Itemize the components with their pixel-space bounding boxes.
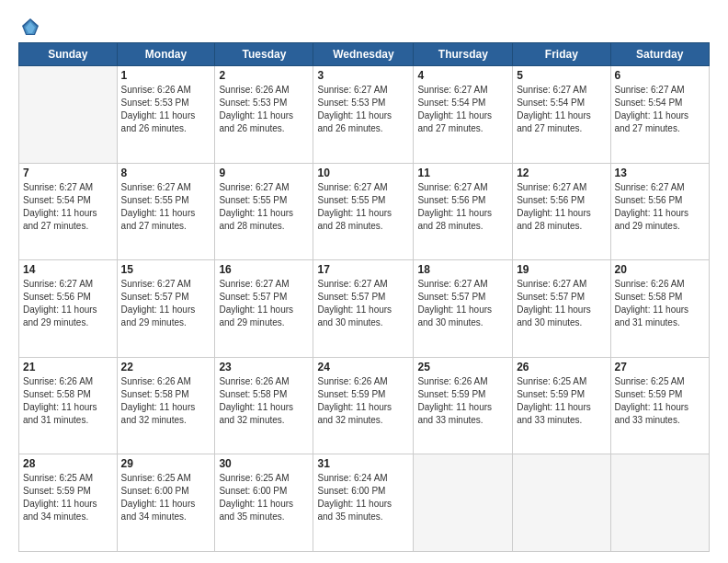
day-info: Sunrise: 6:26 AM Sunset: 5:58 PM Dayligh… bbox=[615, 278, 705, 329]
calendar-cell: 3Sunrise: 6:27 AM Sunset: 5:53 PM Daylig… bbox=[313, 66, 414, 164]
day-number: 7 bbox=[23, 167, 113, 179]
day-info: Sunrise: 6:25 AM Sunset: 6:00 PM Dayligh… bbox=[121, 472, 211, 523]
day-info: Sunrise: 6:26 AM Sunset: 5:53 PM Dayligh… bbox=[121, 84, 211, 135]
calendar-cell: 24Sunrise: 6:26 AM Sunset: 5:59 PM Dayli… bbox=[313, 357, 414, 454]
day-info: Sunrise: 6:27 AM Sunset: 5:55 PM Dayligh… bbox=[317, 181, 409, 233]
calendar-cell bbox=[19, 66, 118, 164]
day-number: 18 bbox=[417, 263, 508, 276]
calendar-cell: 12Sunrise: 6:27 AM Sunset: 5:56 PM Dayli… bbox=[513, 163, 610, 260]
day-info: Sunrise: 6:27 AM Sunset: 5:57 PM Dayligh… bbox=[517, 278, 606, 329]
day-number: 23 bbox=[219, 361, 309, 373]
day-number: 15 bbox=[121, 263, 211, 276]
calendar-header-row: Sunday Monday Tuesday Wednesday Thursday… bbox=[19, 43, 710, 66]
calendar-cell: 29Sunrise: 6:25 AM Sunset: 6:00 PM Dayli… bbox=[117, 454, 215, 552]
calendar-cell: 13Sunrise: 6:27 AM Sunset: 5:56 PM Dayli… bbox=[610, 163, 709, 260]
calendar-cell: 27Sunrise: 6:25 AM Sunset: 5:59 PM Dayli… bbox=[610, 357, 709, 454]
calendar-cell: 30Sunrise: 6:25 AM Sunset: 6:00 PM Dayli… bbox=[215, 454, 313, 552]
day-number: 10 bbox=[317, 167, 409, 179]
day-info: Sunrise: 6:25 AM Sunset: 5:59 PM Dayligh… bbox=[23, 472, 113, 523]
day-info: Sunrise: 6:26 AM Sunset: 5:59 PM Dayligh… bbox=[317, 375, 409, 427]
col-friday: Friday bbox=[513, 43, 610, 66]
day-info: Sunrise: 6:27 AM Sunset: 5:55 PM Dayligh… bbox=[121, 181, 211, 233]
calendar-week-row: 21Sunrise: 6:26 AM Sunset: 5:58 PM Dayli… bbox=[19, 357, 710, 454]
day-number: 9 bbox=[219, 167, 309, 179]
day-number: 21 bbox=[23, 361, 113, 373]
logo-icon bbox=[20, 17, 40, 37]
calendar-cell: 10Sunrise: 6:27 AM Sunset: 5:55 PM Dayli… bbox=[313, 163, 414, 260]
day-info: Sunrise: 6:27 AM Sunset: 5:57 PM Dayligh… bbox=[417, 278, 508, 329]
header bbox=[18, 17, 710, 37]
day-number: 11 bbox=[417, 167, 508, 179]
calendar-cell: 6Sunrise: 6:27 AM Sunset: 5:54 PM Daylig… bbox=[610, 66, 709, 164]
col-monday: Monday bbox=[117, 43, 215, 66]
col-sunday: Sunday bbox=[19, 43, 118, 66]
day-info: Sunrise: 6:27 AM Sunset: 5:56 PM Dayligh… bbox=[615, 181, 705, 233]
day-info: Sunrise: 6:27 AM Sunset: 5:53 PM Dayligh… bbox=[317, 84, 409, 135]
day-info: Sunrise: 6:27 AM Sunset: 5:56 PM Dayligh… bbox=[417, 181, 508, 233]
calendar-table: Sunday Monday Tuesday Wednesday Thursday… bbox=[18, 42, 710, 552]
calendar-cell: 20Sunrise: 6:26 AM Sunset: 5:58 PM Dayli… bbox=[610, 260, 709, 358]
calendar-cell: 17Sunrise: 6:27 AM Sunset: 5:57 PM Dayli… bbox=[313, 260, 414, 358]
day-info: Sunrise: 6:27 AM Sunset: 5:57 PM Dayligh… bbox=[219, 278, 309, 329]
day-number: 17 bbox=[317, 263, 409, 276]
col-saturday: Saturday bbox=[610, 43, 709, 66]
day-number: 16 bbox=[219, 263, 309, 276]
day-number: 8 bbox=[121, 167, 211, 179]
day-number: 22 bbox=[121, 361, 211, 373]
day-number: 25 bbox=[417, 361, 508, 373]
calendar-cell: 18Sunrise: 6:27 AM Sunset: 5:57 PM Dayli… bbox=[414, 260, 513, 358]
day-info: Sunrise: 6:26 AM Sunset: 5:59 PM Dayligh… bbox=[417, 375, 508, 427]
calendar-cell: 14Sunrise: 6:27 AM Sunset: 5:56 PM Dayli… bbox=[19, 260, 118, 358]
day-info: Sunrise: 6:27 AM Sunset: 5:57 PM Dayligh… bbox=[121, 278, 211, 329]
day-info: Sunrise: 6:26 AM Sunset: 5:58 PM Dayligh… bbox=[219, 375, 309, 427]
day-number: 13 bbox=[615, 167, 705, 179]
calendar-cell: 5Sunrise: 6:27 AM Sunset: 5:54 PM Daylig… bbox=[513, 66, 610, 164]
day-info: Sunrise: 6:27 AM Sunset: 5:57 PM Dayligh… bbox=[317, 278, 409, 329]
day-info: Sunrise: 6:27 AM Sunset: 5:55 PM Dayligh… bbox=[219, 181, 309, 233]
day-number: 2 bbox=[219, 69, 309, 82]
calendar-week-row: 7Sunrise: 6:27 AM Sunset: 5:54 PM Daylig… bbox=[19, 163, 710, 260]
day-info: Sunrise: 6:26 AM Sunset: 5:58 PM Dayligh… bbox=[121, 375, 211, 427]
calendar-cell: 15Sunrise: 6:27 AM Sunset: 5:57 PM Dayli… bbox=[117, 260, 215, 358]
calendar-cell: 26Sunrise: 6:25 AM Sunset: 5:59 PM Dayli… bbox=[513, 357, 610, 454]
day-info: Sunrise: 6:25 AM Sunset: 5:59 PM Dayligh… bbox=[517, 375, 606, 427]
col-tuesday: Tuesday bbox=[215, 43, 313, 66]
day-info: Sunrise: 6:27 AM Sunset: 5:54 PM Dayligh… bbox=[615, 84, 705, 135]
day-info: Sunrise: 6:25 AM Sunset: 5:59 PM Dayligh… bbox=[615, 375, 705, 427]
day-info: Sunrise: 6:27 AM Sunset: 5:56 PM Dayligh… bbox=[23, 278, 113, 329]
day-info: Sunrise: 6:27 AM Sunset: 5:56 PM Dayligh… bbox=[517, 181, 606, 233]
day-info: Sunrise: 6:26 AM Sunset: 5:53 PM Dayligh… bbox=[219, 84, 309, 135]
calendar-cell: 21Sunrise: 6:26 AM Sunset: 5:58 PM Dayli… bbox=[19, 357, 118, 454]
calendar-cell: 25Sunrise: 6:26 AM Sunset: 5:59 PM Dayli… bbox=[414, 357, 513, 454]
day-number: 28 bbox=[23, 457, 113, 470]
calendar-cell bbox=[414, 454, 513, 552]
calendar-cell: 1Sunrise: 6:26 AM Sunset: 5:53 PM Daylig… bbox=[117, 66, 215, 164]
calendar-week-row: 14Sunrise: 6:27 AM Sunset: 5:56 PM Dayli… bbox=[19, 260, 710, 358]
col-thursday: Thursday bbox=[414, 43, 513, 66]
calendar-cell: 11Sunrise: 6:27 AM Sunset: 5:56 PM Dayli… bbox=[414, 163, 513, 260]
day-number: 19 bbox=[517, 263, 606, 276]
calendar-cell: 2Sunrise: 6:26 AM Sunset: 5:53 PM Daylig… bbox=[215, 66, 313, 164]
day-number: 3 bbox=[317, 69, 409, 82]
calendar-cell: 23Sunrise: 6:26 AM Sunset: 5:58 PM Dayli… bbox=[215, 357, 313, 454]
day-number: 27 bbox=[615, 361, 705, 373]
day-number: 14 bbox=[23, 263, 113, 276]
page: Sunday Monday Tuesday Wednesday Thursday… bbox=[0, 0, 728, 563]
day-number: 26 bbox=[517, 361, 606, 373]
calendar-week-row: 1Sunrise: 6:26 AM Sunset: 5:53 PM Daylig… bbox=[19, 66, 710, 164]
day-number: 29 bbox=[121, 457, 211, 470]
calendar-cell: 31Sunrise: 6:24 AM Sunset: 6:00 PM Dayli… bbox=[313, 454, 414, 552]
day-info: Sunrise: 6:27 AM Sunset: 5:54 PM Dayligh… bbox=[23, 181, 113, 233]
day-number: 1 bbox=[121, 69, 211, 82]
calendar-cell: 22Sunrise: 6:26 AM Sunset: 5:58 PM Dayli… bbox=[117, 357, 215, 454]
day-number: 4 bbox=[417, 69, 508, 82]
logo bbox=[18, 17, 40, 37]
calendar-cell: 8Sunrise: 6:27 AM Sunset: 5:55 PM Daylig… bbox=[117, 163, 215, 260]
day-number: 5 bbox=[517, 69, 606, 82]
day-info: Sunrise: 6:24 AM Sunset: 6:00 PM Dayligh… bbox=[317, 472, 409, 523]
day-info: Sunrise: 6:27 AM Sunset: 5:54 PM Dayligh… bbox=[417, 84, 508, 135]
day-number: 31 bbox=[317, 457, 409, 470]
calendar-cell bbox=[610, 454, 709, 552]
calendar-cell: 28Sunrise: 6:25 AM Sunset: 5:59 PM Dayli… bbox=[19, 454, 118, 552]
day-number: 24 bbox=[317, 361, 409, 373]
